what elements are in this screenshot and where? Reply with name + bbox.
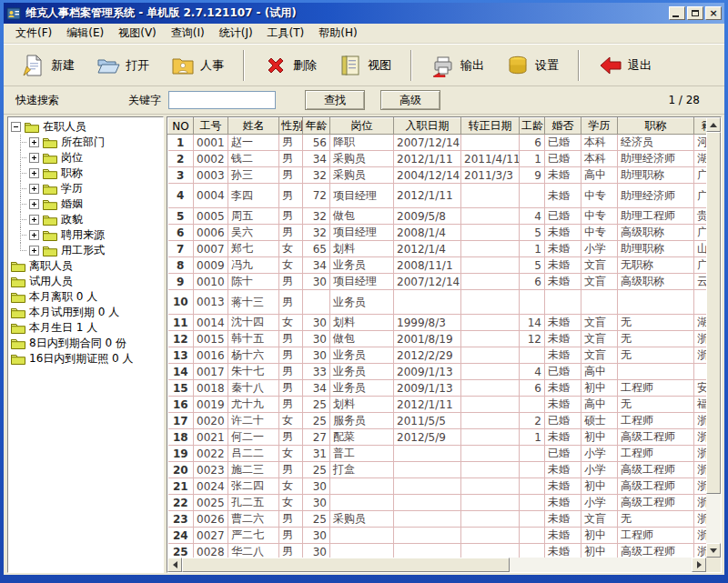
column-header-10[interactable]: 婚否: [545, 118, 581, 135]
table-row-13[interactable]: 130016杨十六男30业务员2012/2/29未婚文盲无浙: [168, 347, 707, 364]
vertical-scroll-thumb[interactable]: [706, 132, 721, 494]
table-row-8[interactable]: 80009冯九女34业务员2008/11/15未婚文盲无职称广: [168, 257, 707, 274]
tree-item-birthday-this-month[interactable]: 本月生日 1 人: [11, 320, 163, 336]
table-row-5[interactable]: 50005周五男32做包2009/5/84已婚中专助理工程师贵: [168, 208, 707, 225]
table-row-17[interactable]: 170020许二十女25服务员2011/5/52已婚硕士工程师浙: [168, 413, 707, 429]
table-row-18[interactable]: 180021何二一男27配菜2012/5/91未婚初中高级工程师浙: [168, 429, 707, 446]
toolbar-button-view[interactable]: 视图: [328, 47, 402, 84]
column-header-4[interactable]: 性别: [279, 118, 303, 135]
vertical-scrollbar[interactable]: [706, 117, 721, 558]
column-header-7[interactable]: 入职日期: [394, 118, 461, 135]
table-row-10[interactable]: 100013蒋十三男业务员: [168, 290, 707, 315]
minimize-button[interactable]: [669, 6, 685, 20]
tree-item-job-titles[interactable]: 职称: [11, 166, 163, 181]
column-header-2[interactable]: 工号: [194, 118, 228, 135]
expand-toggle-icon[interactable]: [29, 199, 39, 209]
collapse-toggle-icon[interactable]: [11, 122, 21, 132]
column-header-5[interactable]: 年龄: [303, 118, 330, 135]
horizontal-scrollbar[interactable]: [167, 558, 706, 572]
toolbar-button-settings[interactable]: 设置: [495, 47, 570, 84]
expand-toggle-icon[interactable]: [29, 153, 39, 163]
toolbar-button-delete[interactable]: 删除: [253, 47, 328, 84]
scroll-up-button[interactable]: [706, 117, 721, 132]
table-row-14[interactable]: 140017朱十七男33业务员2009/1/134已婚高中: [168, 364, 707, 380]
toolbar-button-open[interactable]: 打开: [86, 47, 160, 84]
tree-item-departments[interactable]: 所在部门: [11, 135, 163, 150]
menu-item-query[interactable]: 查询(I): [164, 23, 212, 44]
table-row-25[interactable]: 250028华二八男30未婚初中高级工程师浙: [168, 544, 707, 558]
tree-item-contracts-due-8days[interactable]: 8日内到期合同 0 份: [11, 336, 163, 351]
table-row-23[interactable]: 230026曹二六男25采购员未婚文盲无浙: [168, 511, 707, 528]
cell: 初中: [581, 544, 618, 558]
toolbar-button-exit[interactable]: 退出: [588, 47, 662, 84]
expand-toggle-icon[interactable]: [29, 168, 39, 178]
find-button[interactable]: 查找: [305, 90, 365, 110]
column-header-9[interactable]: 工龄: [520, 118, 545, 135]
table-row-11[interactable]: 110014沈十四女30划料1999/8/314未婚文盲无湖: [168, 315, 707, 331]
keyword-input[interactable]: [168, 91, 276, 109]
table-row-4[interactable]: 40004李四男72项目经理2012/1/11未婚中专助理经济师广: [168, 184, 707, 208]
menu-item-view[interactable]: 视图(V): [111, 23, 164, 44]
tree-item-active-employees[interactable]: 在职人员: [11, 119, 163, 135]
maximize-button[interactable]: [687, 6, 703, 20]
toolbar-button-personnel[interactable]: 人事: [160, 47, 235, 84]
scroll-down-button[interactable]: [706, 543, 721, 558]
table-row-9[interactable]: 90010陈十男30项目经理2007/12/146未婚文盲高级职称云: [168, 274, 707, 290]
table-row-20[interactable]: 200023施二三男25打盒未婚小学高级工程师浙: [168, 462, 707, 478]
tree-item-education[interactable]: 学历: [11, 181, 163, 196]
table-row-12[interactable]: 120015韩十五男30做包2001/8/1912未婚文盲无浙: [168, 331, 707, 347]
column-header-1[interactable]: NO: [168, 118, 194, 135]
scroll-right-button[interactable]: [692, 558, 706, 572]
column-header-6[interactable]: 岗位: [330, 118, 394, 135]
new-document-icon: [22, 54, 46, 77]
tree-item-employment-type[interactable]: 用工形式: [11, 243, 163, 258]
column-header-3[interactable]: 姓名: [228, 118, 279, 135]
advanced-button[interactable]: 高级: [380, 90, 440, 110]
cell: 男: [279, 135, 303, 151]
expand-toggle-icon[interactable]: [29, 246, 39, 256]
table-row-24[interactable]: 240027严二七男30未婚初中工程师浙: [168, 528, 707, 544]
tree-item-resigned-this-month[interactable]: 本月离职 0 人: [11, 289, 163, 305]
toolbar-button-new[interactable]: 新建: [11, 47, 86, 84]
cell: 采购员: [330, 511, 394, 528]
column-header-8[interactable]: 转正日期: [461, 118, 520, 135]
tree-item-resigned-employees[interactable]: 离职人员: [11, 258, 163, 274]
table-row-19[interactable]: 190022吕二二女31普工已婚小学工程师浙: [168, 446, 707, 462]
column-header-11[interactable]: 学历: [581, 118, 618, 135]
column-header-12[interactable]: 职称: [618, 118, 694, 135]
table-row-22[interactable]: 220025孔二五女30未婚小学高级工程师浙: [168, 495, 707, 511]
table-row-21[interactable]: 210024张二四女30未婚初中高级工程师浙: [168, 478, 707, 495]
horizontal-scroll-thumb[interactable]: [182, 558, 510, 572]
tree-item-positions[interactable]: 岗位: [11, 150, 163, 166]
table-row-16[interactable]: 160019尤十九男25划料2012/1/11未婚高中无福: [168, 397, 707, 413]
expand-toggle-icon[interactable]: [29, 137, 39, 147]
table-row-15[interactable]: 150018秦十八男34业务员2009/1/136未婚初中工程师安: [168, 380, 707, 397]
cell: 0026: [194, 511, 228, 528]
table-row-6[interactable]: 60006吴六男32项目经理2008/1/45未婚中专高级职称广: [168, 225, 707, 241]
menu-item-statistics[interactable]: 统计(J): [212, 23, 260, 44]
table-row-3[interactable]: 30003孙三男32采购员2004/12/142011/3/39未婚高中助理职称…: [168, 167, 707, 184]
column-header-13[interactable]: 籍贯: [694, 118, 707, 135]
tree-item-political-status[interactable]: 政貌: [11, 212, 163, 227]
tree-item-certificates-due-16days[interactable]: 16日内到期证照 0 人: [11, 351, 163, 367]
cell: 韩十五: [228, 331, 279, 347]
scroll-left-button[interactable]: [167, 558, 182, 572]
tree-item-hire-source[interactable]: 聘用来源: [11, 227, 163, 243]
tree-item-marital-status[interactable]: 婚姻: [11, 196, 163, 212]
menu-item-file[interactable]: 文件(F): [8, 23, 59, 44]
close-button[interactable]: ×: [705, 6, 722, 20]
tree-item-label: 本月离职 0 人: [29, 289, 97, 305]
expand-toggle-icon[interactable]: [29, 230, 39, 240]
tree-item-probation-employees[interactable]: 试用人员: [11, 274, 163, 289]
expand-toggle-icon[interactable]: [29, 184, 39, 194]
expand-toggle-icon[interactable]: [29, 215, 39, 225]
table-row-2[interactable]: 20002钱二男34采购员2012/1/112011/4/111已婚本科助理经济…: [168, 151, 707, 167]
menu-item-help[interactable]: 帮助(H): [311, 23, 364, 44]
tree-item-probation-due-this-month[interactable]: 本月试用到期 0 人: [11, 305, 163, 320]
table-row-7[interactable]: 70007郑七女65划料2012/1/41未婚小学助理职称山: [168, 241, 707, 257]
menu-item-tools[interactable]: 工具(T): [260, 23, 312, 44]
cell: [461, 446, 520, 462]
menu-item-edit[interactable]: 编辑(E): [59, 23, 111, 44]
table-row-1[interactable]: 10001赵一男56降职2007/12/146已婚本科经济员河: [168, 135, 707, 151]
toolbar-button-output[interactable]: 输出: [420, 47, 495, 84]
